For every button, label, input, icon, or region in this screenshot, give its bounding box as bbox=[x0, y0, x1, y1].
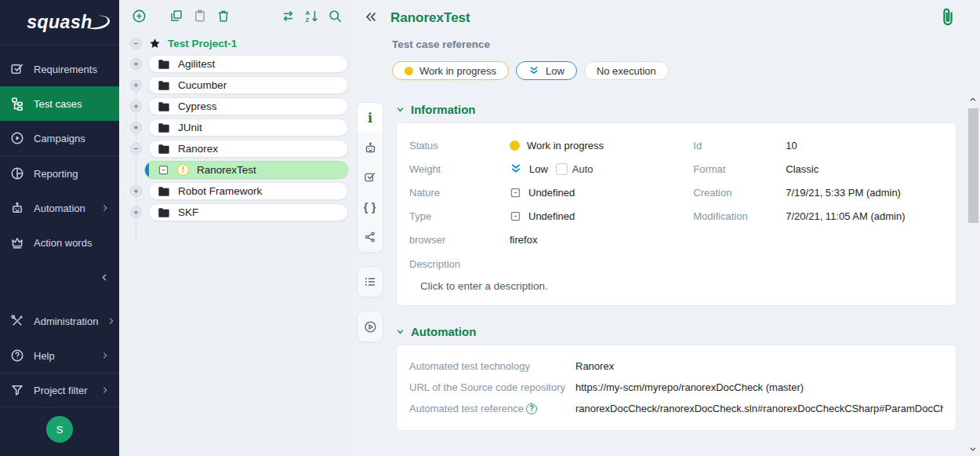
field-label: Status bbox=[409, 140, 510, 151]
repository-url-value[interactable]: https://my-scm/myrepo/ranorexDocCheck (m… bbox=[575, 381, 804, 393]
expand-node-button[interactable] bbox=[130, 206, 142, 218]
tab-automation[interactable] bbox=[358, 133, 383, 162]
automation-section-title: Automation bbox=[411, 325, 476, 338]
execution-badge-label: No execution bbox=[597, 65, 656, 77]
folder-row[interactable]: SKF bbox=[148, 203, 348, 221]
anchor-tab-bar: i { } bbox=[354, 93, 384, 456]
paperclip-icon bbox=[939, 7, 956, 27]
type-value[interactable]: Undefined bbox=[510, 210, 575, 222]
weight-value[interactable]: Low bbox=[510, 162, 548, 175]
field-label: Modification bbox=[693, 210, 786, 222]
sidebar-item-help[interactable]: Help bbox=[0, 338, 119, 373]
scroll-down-button[interactable] bbox=[966, 442, 980, 456]
sidebar-bottom-nav: Administration Help Project filte bbox=[0, 304, 119, 451]
sidebar-item-action-words[interactable]: Action words bbox=[0, 225, 119, 260]
favorite-star-icon bbox=[149, 38, 161, 49]
field-source-code-repository: URL of the Source code repository https:… bbox=[409, 377, 943, 398]
tree-node-project[interactable]: Test Project-1 bbox=[119, 33, 354, 53]
sidebar-nav: Requirements Test cases Campaigns Report… bbox=[0, 46, 119, 451]
expand-node-button[interactable] bbox=[130, 79, 142, 91]
reporting-icon bbox=[10, 166, 24, 181]
scroll-up-button[interactable] bbox=[966, 93, 980, 107]
technology-value[interactable]: Ranorex bbox=[575, 360, 614, 372]
execution-badge[interactable]: No execution bbox=[584, 61, 669, 80]
import-export-button[interactable] bbox=[279, 7, 296, 24]
tab-verified-requirements[interactable] bbox=[358, 162, 383, 192]
folder-row[interactable]: Cypress bbox=[148, 97, 348, 115]
description-placeholder[interactable]: Click to enter a description. bbox=[420, 280, 943, 292]
status-badge[interactable]: Work in progress bbox=[392, 61, 509, 80]
automation-section-header[interactable]: Automation bbox=[396, 325, 956, 338]
new-item-button[interactable] bbox=[130, 7, 147, 24]
expand-node-button[interactable] bbox=[130, 122, 142, 133]
folder-row[interactable]: JUnit bbox=[148, 119, 348, 137]
tree-node-folder: Cucumber bbox=[119, 75, 354, 96]
help-tooltip-icon[interactable]: ? bbox=[526, 403, 537, 414]
tab-information[interactable]: i bbox=[358, 103, 383, 133]
chevron-left-icon bbox=[100, 272, 110, 283]
collapse-node-button[interactable] bbox=[130, 38, 142, 49]
expand-node-button[interactable] bbox=[130, 58, 142, 70]
test-reference-value[interactable]: ranorexDocCheck/ranorexDocCheck.sln#rano… bbox=[575, 403, 943, 414]
nature-value[interactable]: Undefined bbox=[510, 187, 575, 199]
delete-button[interactable] bbox=[215, 7, 232, 24]
tab-datasets[interactable] bbox=[358, 222, 383, 252]
user-avatar[interactable]: S bbox=[46, 416, 73, 443]
sidebar-item-automation[interactable]: Automation bbox=[0, 191, 119, 225]
sidebar-item-campaigns[interactable]: Campaigns bbox=[0, 121, 119, 155]
browser-value[interactable]: firefox bbox=[510, 234, 537, 246]
field-label: Automated test technology bbox=[409, 360, 575, 372]
sidebar-item-administration[interactable]: Administration bbox=[0, 304, 119, 338]
collapse-panel-button[interactable] bbox=[365, 10, 378, 24]
information-section-header[interactable]: Information bbox=[396, 103, 956, 116]
status-value[interactable]: Work in progress bbox=[510, 140, 604, 151]
expand-node-button[interactable] bbox=[130, 100, 142, 112]
chevron-down-icon bbox=[396, 105, 405, 114]
folder-row[interactable]: Agilitest bbox=[148, 55, 348, 73]
action-words-crown-icon bbox=[10, 235, 24, 250]
tab-test-steps[interactable] bbox=[358, 267, 383, 297]
expand-node-button[interactable] bbox=[130, 185, 142, 197]
scrollbar-thumb[interactable] bbox=[968, 108, 978, 223]
sidebar-item-label: Action words bbox=[34, 237, 92, 249]
squash-logo[interactable]: squash bbox=[0, 0, 119, 46]
square-minus-icon bbox=[158, 164, 169, 176]
square-minus-icon bbox=[510, 210, 521, 222]
folder-icon bbox=[158, 59, 170, 70]
folder-row[interactable]: Cucumber bbox=[148, 76, 348, 94]
sort-button[interactable]: AZ bbox=[303, 7, 320, 24]
weight-badge[interactable]: Low bbox=[516, 61, 577, 80]
field-label: Automated test reference ? bbox=[409, 403, 575, 414]
sidebar-item-project-filter[interactable]: Project filter bbox=[0, 374, 119, 407]
sidebar-collapse-button[interactable] bbox=[0, 263, 119, 291]
copy-button[interactable] bbox=[168, 7, 185, 24]
folder-label: Cypress bbox=[178, 100, 217, 112]
auto-weight-checkbox[interactable] bbox=[556, 163, 568, 175]
folder-label: Ranorex bbox=[178, 143, 218, 155]
paste-button[interactable] bbox=[191, 7, 209, 24]
test-case-row[interactable]: ! RanorexTest bbox=[144, 161, 348, 179]
field-type: Type Undefined bbox=[409, 204, 666, 228]
sidebar-item-test-cases[interactable]: Test cases bbox=[0, 86, 119, 121]
anchor-group-executions bbox=[357, 311, 383, 342]
information-left-column: Status Work in progress Weight Low bbox=[409, 133, 666, 251]
tab-executions[interactable] bbox=[358, 312, 383, 341]
page-title: RanorexTest bbox=[390, 10, 470, 26]
tab-parameters[interactable]: { } bbox=[358, 192, 383, 222]
content-scrollbar[interactable] bbox=[966, 93, 980, 456]
folder-row[interactable]: Robot Framework bbox=[148, 182, 348, 200]
status-dot-icon bbox=[510, 140, 520, 151]
test-case-tree-panel: AZ Test Project-1 Agilitest bbox=[119, 0, 354, 456]
sidebar-item-requirements[interactable]: Requirements bbox=[0, 52, 119, 86]
attachments-button[interactable] bbox=[939, 7, 956, 27]
collapse-node-button[interactable] bbox=[130, 143, 142, 155]
sidebar-item-label: Automation bbox=[34, 202, 85, 214]
chevron-right-icon bbox=[101, 204, 109, 212]
folder-label: SKF bbox=[178, 206, 198, 218]
folder-row[interactable]: Ranorex bbox=[148, 140, 348, 158]
field-label: browser bbox=[409, 234, 510, 246]
search-button[interactable] bbox=[326, 7, 343, 24]
sidebar-item-reporting[interactable]: Reporting bbox=[0, 156, 119, 191]
field-status: Status Work in progress bbox=[409, 133, 666, 157]
share-icon bbox=[364, 231, 376, 243]
